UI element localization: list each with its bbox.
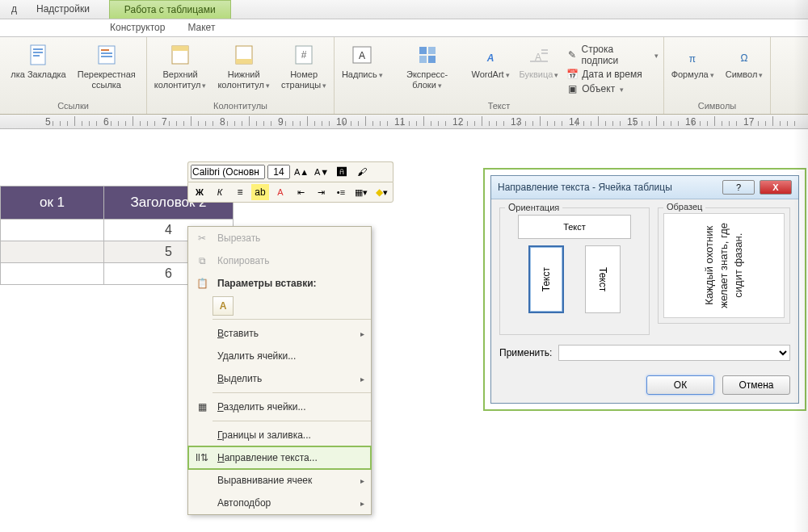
menu-autofit[interactable]: Автоподбор <box>188 492 371 514</box>
quickparts-button[interactable]: Экспресс-блоки <box>390 40 465 91</box>
title-tabs: д Надстройки Работа с таблицами <box>0 0 808 19</box>
ribbon-group-links: лка Закладка Перекрестная ссылка Ссылки <box>0 37 147 114</box>
pi-icon: π <box>680 42 705 68</box>
shading-dropdown[interactable]: ◆▾ <box>372 184 390 200</box>
svg-rect-16 <box>419 47 427 54</box>
table-header-1[interactable]: ок 1 <box>1 186 104 220</box>
mini-toolbar[interactable]: A▲ A▼ 🅰 🖌 Ж К ≡ ab A ⇤ ⇥ •≡ ▦▾ ◆▾ <box>187 161 393 203</box>
table-cell[interactable] <box>1 220 104 241</box>
signature-line-button[interactable]: ✎Строка подписи <box>566 44 659 66</box>
menu-split-cells[interactable]: ▦Разделить ячейки... <box>188 396 371 418</box>
menu-borders-shading[interactable]: Границы и заливка... <box>188 424 371 446</box>
symbol-label: Символ <box>726 69 764 80</box>
dialog-help-button[interactable]: ? <box>722 180 755 195</box>
subtab-design[interactable]: Конструктор <box>99 19 176 36</box>
svg-text:Ω: Ω <box>741 52 748 64</box>
symbol-button[interactable]: Ω Символ <box>722 40 767 82</box>
svg-rect-7 <box>101 56 112 57</box>
footer-label: Нижний колонтитул <box>217 69 270 90</box>
dialog-close-button[interactable]: X <box>760 180 792 195</box>
ruler-number: 9 <box>278 116 284 128</box>
orientation-vertical-up-label: Текст <box>541 267 552 291</box>
align-center-button[interactable]: ≡ <box>231 184 249 200</box>
document-area[interactable]: ок 1 Заголовок 2 4 5 6 A▲ A▼ 🅰 🖌 Ж К ≡ a… <box>0 129 808 532</box>
menu-insert[interactable]: Вставить <box>188 322 371 345</box>
font-size-field[interactable] <box>267 165 290 179</box>
paste-keep-text-icon: A <box>220 300 227 312</box>
object-button[interactable]: ▣Объект <box>566 82 659 95</box>
contextual-tab-table-tools: Работа с таблицами <box>109 0 231 19</box>
apply-to-select[interactable] <box>558 345 790 361</box>
menu-copy[interactable]: ⧉Копировать <box>188 249 371 272</box>
styles-dropdown[interactable]: 🅰 <box>333 164 351 180</box>
menu-cell-alignment[interactable]: Выравнивание ячеек <box>188 469 371 492</box>
text-direction-icon: ll⇅ <box>195 450 209 465</box>
pagenum-button[interactable]: # Номер страницы <box>278 40 330 91</box>
dialog-titlebar[interactable]: Направление текста - Ячейка таблицы ? X <box>491 176 798 199</box>
textbox-button[interactable]: A Надпись <box>339 40 385 82</box>
highlight-button[interactable]: ab <box>251 184 269 200</box>
crossref-button[interactable]: Перекрестная ссылка <box>74 40 139 91</box>
svg-rect-4 <box>99 46 115 64</box>
orientation-horizontal-button[interactable]: Текст <box>518 215 631 239</box>
contextual-subtabs: Конструктор Макет <box>0 19 808 37</box>
menu-cut[interactable]: ✂Вырезать <box>188 227 371 249</box>
grow-font-button[interactable]: A▲ <box>292 164 310 180</box>
shrink-font-button[interactable]: A▼ <box>313 164 330 180</box>
text-direction-dialog: Направление текста - Ячейка таблицы ? X … <box>490 175 799 404</box>
menu-paste-options-header: 📋Параметры вставки: <box>188 272 371 295</box>
menu-select[interactable]: Выделить <box>188 367 371 390</box>
svg-text:#: # <box>301 49 307 61</box>
paste-option-keep-text[interactable]: A <box>213 296 234 316</box>
table-cell[interactable] <box>1 263 104 285</box>
menu-split-cells-label: Разделить ячейки... <box>217 401 306 413</box>
svg-rect-17 <box>428 47 436 54</box>
menu-text-direction[interactable]: ll⇅Направление текста... <box>188 446 371 469</box>
svg-text:A: A <box>486 52 494 64</box>
svg-rect-9 <box>172 46 188 51</box>
footer-button[interactable]: Нижний колонтитул <box>214 40 273 91</box>
font-color-button[interactable]: A <box>271 184 289 200</box>
menu-autofit-label: Автоподбор <box>217 497 271 509</box>
format-painter-button[interactable]: 🖌 <box>353 164 371 180</box>
italic-button[interactable]: К <box>211 184 229 200</box>
datetime-button[interactable]: 📅Дата и время <box>566 68 659 81</box>
borders-dropdown[interactable]: ▦▾ <box>352 184 370 200</box>
bookmark-label: лка Закладка <box>11 69 65 80</box>
cancel-button[interactable]: Отмена <box>722 375 790 395</box>
table-cell[interactable] <box>1 241 104 263</box>
increase-indent-button[interactable]: ⇥ <box>312 184 330 200</box>
sample-text: Каждый охотник желает знать, где сидит ф… <box>702 223 747 308</box>
bold-button[interactable]: Ж <box>191 184 208 200</box>
dropcap-button[interactable]: A Буквица <box>517 40 562 82</box>
bullets-button[interactable]: •≡ <box>332 184 350 200</box>
font-family-field[interactable] <box>191 165 265 179</box>
orientation-vertical-down-label: Текст <box>597 267 608 291</box>
svg-rect-1 <box>33 48 43 50</box>
equation-button[interactable]: π Формула <box>668 40 718 82</box>
tab-partial[interactable]: д <box>2 0 27 19</box>
wordart-button[interactable]: A WordArt <box>469 40 512 82</box>
svg-rect-6 <box>101 52 112 54</box>
bookmark-button[interactable]: лка Закладка <box>7 40 69 82</box>
header-icon <box>167 42 193 68</box>
header-button[interactable]: Верхний колонтитул <box>151 40 210 91</box>
orientation-vertical-up-button[interactable]: Текст <box>528 245 564 313</box>
wordart-label: WordArt <box>472 69 510 80</box>
menu-cut-label: Вырезать <box>217 232 260 244</box>
right-edge-blur <box>793 0 808 532</box>
ruler-number: 5 <box>45 116 51 128</box>
horizontal-ruler[interactable]: /* numbers placed by binder below */ 567… <box>0 115 808 129</box>
svg-rect-5 <box>101 49 109 51</box>
tab-addins[interactable]: Надстройки <box>27 0 99 19</box>
menu-delete-cells[interactable]: Удалить ячейки... <box>188 345 371 367</box>
ok-button[interactable]: ОК <box>646 375 714 395</box>
ribbon-group-text: A Надпись Экспресс-блоки A WordArt A Бук… <box>335 37 664 114</box>
ruler-number: 11 <box>394 116 405 128</box>
clipboard-icon: 📋 <box>195 276 209 291</box>
orientation-vertical-down-button[interactable]: Текст <box>585 245 621 313</box>
ruler-number: 16 <box>685 116 696 128</box>
subtab-layout[interactable]: Макет <box>176 19 226 36</box>
decrease-indent-button[interactable]: ⇤ <box>292 184 309 200</box>
scissors-icon: ✂ <box>195 231 209 245</box>
